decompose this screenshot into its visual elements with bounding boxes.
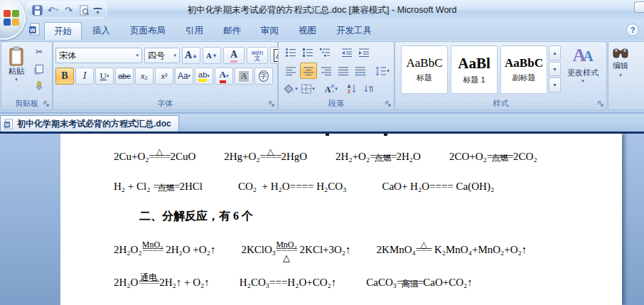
font-name-select[interactable]: 宋体 ▾ — [55, 48, 142, 63]
document-tab[interactable]: W 初中化学期末考试必背的方程式汇总.doc — [0, 115, 179, 132]
italic-button[interactable]: I — [75, 68, 94, 85]
style-card-title[interactable]: AaBbC 标题 — [401, 46, 448, 94]
font-size-value: 四号 — [148, 50, 165, 62]
chemical-equation[interactable]: 2KClO₃====MnO₂△ 2KCl+3O₂↑ — [241, 244, 350, 256]
chemical-equation[interactable]: 2H₂O====通电2H₂↑ + O₂↑ — [114, 277, 210, 289]
grow-font-button[interactable]: A▲ — [182, 47, 200, 64]
bullets-button[interactable] — [283, 45, 299, 60]
change-case-button[interactable]: Aa ▾ — [175, 68, 193, 85]
superscript-icon: x² — [161, 72, 167, 80]
style-gallery-more-icon[interactable]: ▼ — [549, 77, 561, 92]
clipboard-dialog-launcher-icon[interactable] — [43, 100, 50, 108]
sort-button[interactable]: A Z — [344, 81, 360, 96]
decrease-indent-button[interactable] — [339, 45, 355, 60]
tab-page-layout[interactable]: 页面布局 — [121, 22, 175, 40]
chemical-equation[interactable]: CaCO₃=====高温CaO+CO₂↑ — [366, 277, 473, 289]
style-scroll-up-icon[interactable]: ▲ — [549, 46, 561, 60]
font-dialog-launcher-icon[interactable] — [268, 100, 276, 108]
chemical-equation[interactable]: 2Hg+O₂====△2HgO — [224, 151, 307, 163]
undo-button[interactable]: ↶ ▾ — [46, 4, 60, 17]
equation-text: 2H₂O — [114, 277, 138, 289]
tab-home[interactable]: 开始 — [44, 22, 82, 40]
copy-button[interactable] — [31, 62, 47, 76]
chemical-equation[interactable]: 2CO+O₂=====点燃2CO₂ — [449, 151, 537, 163]
font-row-1: 宋体 ▾ 四号 ▾ A▲ A▼ A wén — [55, 47, 289, 64]
styles-dialog-launcher-icon[interactable] — [597, 100, 605, 108]
style-card-subtitle[interactable]: AaBbC 副标题 — [500, 46, 547, 94]
chemical-equation[interactable]: 2H₂O₂====MnO₂ 2H₂O +O₂↑ — [114, 244, 215, 256]
equation-text: 2Cu+O₂ — [114, 151, 149, 163]
multilevel-list-button[interactable] — [317, 45, 333, 60]
change-styles-button[interactable]: AA 更改样式 ▾ — [564, 45, 602, 97]
show-hide-marks-button[interactable] — [361, 81, 377, 96]
help-icon[interactable]: ? — [626, 23, 639, 36]
cut-button[interactable]: ✂ — [31, 45, 47, 59]
format-painter-button[interactable] — [31, 79, 47, 93]
equation-text: 2HgO — [281, 151, 307, 163]
subscript-button[interactable]: x₂ — [135, 68, 154, 85]
style-card-heading1[interactable]: AaBl 标题 1 — [451, 46, 498, 94]
title-bar: 初中化学期末考试必背的方程式汇总.doc [兼容模式] - Microsoft … — [0, 0, 644, 21]
align-center-button[interactable] — [300, 63, 317, 79]
style-scroll-down-icon[interactable]: ▼ — [549, 62, 561, 77]
font-size-select[interactable]: 四号 ▾ — [144, 48, 180, 63]
chevron-down-icon: ▾ — [312, 86, 315, 92]
distributed-button[interactable] — [353, 63, 368, 78]
chemical-equation[interactable]: H₂ + Cl₂ =====点燃2HCl — [114, 181, 203, 193]
redo-icon: ↷ — [65, 5, 73, 16]
save-icon[interactable] — [31, 4, 44, 17]
shading-button[interactable]: ▾ — [283, 81, 299, 96]
align-left-button[interactable] — [283, 63, 299, 78]
justify-button[interactable] — [336, 63, 351, 78]
chemical-equation[interactable]: 2H₂+O₂=====点燃2H₂O — [336, 151, 421, 163]
font-color-button[interactable]: A ▾ — [215, 68, 233, 85]
chevron-down-icon[interactable]: ▾ — [226, 73, 229, 79]
chemical-equation[interactable]: H₂CO₃===H₂O+CO₂↑ — [240, 277, 336, 289]
equation-text: 2H₂O — [397, 151, 421, 163]
superscript-button[interactable]: x² — [155, 68, 173, 85]
clipboard-icon — [9, 46, 24, 66]
paste-dropdown-icon[interactable]: ▾ — [15, 77, 18, 82]
highlight-color-button[interactable]: ab ▾ — [195, 68, 213, 85]
chemical-equation[interactable]: CO₂ + H₂O==== H₂CO₃ — [238, 181, 346, 193]
undo-dropdown-icon[interactable]: ▾ — [56, 7, 59, 13]
phonetic-guide-button[interactable]: wén 文 — [247, 47, 268, 64]
document-page[interactable]: 二、分解反应，有 6 个 2Cu+O₂====△2CuO2Hg+O₂====△2… — [60, 134, 622, 305]
align-right-button[interactable] — [318, 63, 334, 78]
chevron-down-icon[interactable]: ▾ — [107, 73, 109, 79]
customize-qat-button[interactable]: ▾ — [93, 8, 102, 16]
decrease-indent-icon — [341, 48, 353, 58]
clipped-text-fragment — [384, 134, 387, 136]
bold-button[interactable]: B — [55, 68, 74, 85]
asian-layout-button[interactable]: A ▾ — [322, 81, 338, 96]
tab-insert[interactable]: 插入 — [83, 22, 119, 40]
tab-mailings[interactable]: 邮件 — [214, 22, 250, 40]
underline-button[interactable]: U ▾ — [95, 68, 114, 85]
clear-formatting-button[interactable]: A — [223, 47, 245, 64]
word-document-icon[interactable]: W — [28, 23, 41, 36]
chemical-equation[interactable]: 2Cu+O₂====△2CuO — [114, 151, 195, 163]
chevron-down-icon[interactable]: ▾ — [207, 73, 210, 79]
print-preview-button[interactable] — [77, 4, 91, 17]
increase-indent-button[interactable] — [356, 45, 372, 60]
numbering-button[interactable] — [300, 45, 316, 60]
minimize-button[interactable] — [634, 1, 644, 13]
tab-references[interactable]: 引用 — [176, 22, 213, 40]
character-shading-button[interactable]: A — [235, 68, 253, 85]
tab-review[interactable]: 审阅 — [252, 22, 288, 40]
chemical-equation[interactable]: 2KMnO₄===△ K₂MnO₄+MnO₂+O₂↑ — [377, 244, 527, 256]
shrink-font-button[interactable]: A▼ — [203, 47, 221, 64]
paragraph-dialog-launcher-icon[interactable] — [385, 100, 392, 108]
paste-button[interactable]: 粘贴 ▾ — [4, 45, 28, 96]
editing-button[interactable]: 编辑 ▾ — [613, 46, 628, 78]
scissors-icon: ✂ — [36, 47, 43, 57]
tab-view[interactable]: 视图 — [289, 22, 326, 40]
chemical-equation[interactable]: CaO+ H₂O==== Ca(OH)₂ — [382, 181, 494, 193]
ribbon: 粘贴 ▾ ✂ 剪贴板 — [0, 40, 644, 113]
redo-button[interactable]: ↷ — [62, 4, 75, 17]
enclose-characters-button[interactable]: 字 — [254, 68, 273, 85]
line-spacing-button[interactable]: ▾ — [375, 63, 390, 78]
strikethrough-button[interactable]: abc — [115, 68, 134, 85]
borders-button[interactable]: ▾ — [300, 81, 316, 96]
tab-developer[interactable]: 开发工具 — [327, 22, 381, 40]
